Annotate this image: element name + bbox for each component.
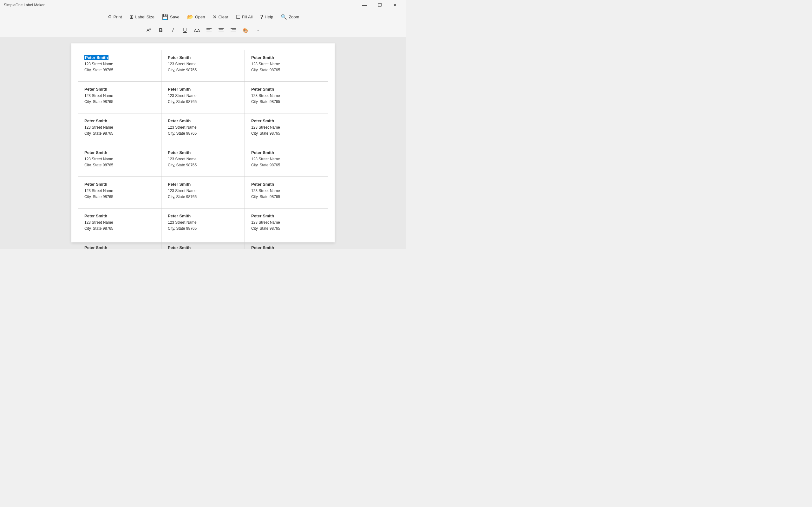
label-name: Peter Smith (251, 245, 322, 249)
label-cell[interactable]: Peter Smith123 Street Name City, State 9… (161, 82, 245, 113)
italic-button[interactable]: / (167, 25, 179, 36)
toolbar-row1: 🖨 Print ⊞ Label Size 💾 Save 📂 Open ✕ Cle… (0, 10, 406, 24)
label-cell[interactable]: Peter Smith123 Street Name City, State 9… (78, 82, 161, 113)
toolbar-container: 🖨 Print ⊞ Label Size 💾 Save 📂 Open ✕ Cle… (0, 10, 406, 37)
labels-grid: Peter Smith123 Street Name City, State 9… (78, 50, 328, 249)
save-button[interactable]: 💾 Save (159, 12, 183, 22)
font-size-button[interactable]: A≡ (143, 25, 154, 36)
label-name: Peter Smith (251, 182, 322, 187)
fill-all-button[interactable]: ☐ Fill All (233, 12, 256, 22)
toolbar-row2: A≡ B / U AA 🎨 (0, 24, 406, 37)
label-address: 123 Street Name City, State 98765 (251, 156, 322, 168)
label-cell[interactable]: Peter Smith123 Street Name City, State 9… (245, 50, 328, 82)
label-cell[interactable]: Peter Smith123 Street Name City, State 9… (161, 145, 245, 177)
open-icon: 📂 (187, 14, 194, 20)
help-label: Help (264, 14, 273, 19)
save-label: Save (170, 14, 180, 19)
label-address: 123 Street Name City, State 98765 (168, 124, 238, 136)
print-button[interactable]: 🖨 Print (104, 12, 125, 22)
label-address: 123 Street Name City, State 98765 (168, 61, 238, 73)
align-center-button[interactable] (215, 25, 227, 36)
clear-button[interactable]: ✕ Clear (209, 12, 231, 22)
label-address: 123 Street Name City, State 98765 (168, 156, 238, 168)
label-address: 123 Street Name City, State 98765 (84, 61, 155, 73)
align-left-button[interactable] (203, 25, 215, 36)
label-address: 123 Street Name City, State 98765 (84, 93, 155, 105)
label-size-button[interactable]: ⊞ Label Size (126, 12, 158, 22)
label-address: 123 Street Name City, State 98765 (168, 220, 238, 232)
save-icon: 💾 (162, 14, 168, 20)
label-address: 123 Street Name City, State 98765 (168, 188, 238, 200)
label-cell[interactable]: Peter Smith123 Street Name City, State 9… (78, 113, 161, 145)
label-cell[interactable]: Peter Smith123 Street Name City, State 9… (161, 240, 245, 249)
underline-button[interactable]: U (179, 25, 191, 36)
label-address: 123 Street Name City, State 98765 (84, 156, 155, 168)
label-cell[interactable]: Peter Smith123 Street Name City, State 9… (161, 209, 245, 240)
underline-icon: U (183, 27, 187, 33)
app-title: SimpleOne Label Maker (4, 3, 45, 7)
label-cell[interactable]: Peter Smith123 Street Name City, State 9… (245, 145, 328, 177)
more-button[interactable]: ··· (252, 25, 263, 36)
zoom-icon: 🔍 (281, 14, 287, 20)
label-cell[interactable]: Peter Smith123 Street Name City, State 9… (245, 209, 328, 240)
label-size-icon: ⊞ (130, 14, 134, 20)
label-name: Peter Smith (168, 182, 238, 187)
label-name: Peter Smith (251, 150, 322, 155)
label-name: Peter Smith (251, 87, 322, 92)
label-address: 123 Street Name City, State 98765 (251, 93, 322, 105)
label-cell[interactable]: Peter Smith123 Street Name City, State 9… (78, 177, 161, 209)
label-address: 123 Street Name City, State 98765 (251, 220, 322, 232)
clear-label: Clear (218, 14, 228, 19)
open-label: Open (195, 14, 205, 19)
label-cell[interactable]: Peter Smith123 Street Name City, State 9… (245, 82, 328, 113)
help-icon: ? (260, 14, 263, 20)
label-address: 123 Street Name City, State 98765 (168, 93, 238, 105)
color-icon: 🎨 (243, 28, 248, 33)
more-icon: ··· (255, 28, 259, 33)
align-right-icon (230, 28, 236, 33)
print-icon: 🖨 (107, 14, 112, 20)
label-name: Peter Smith (84, 150, 155, 155)
zoom-label: Zoom (289, 14, 299, 19)
label-name: Peter Smith (168, 55, 238, 60)
help-button[interactable]: ? Help (257, 12, 276, 22)
align-left-icon (206, 28, 212, 33)
label-cell[interactable]: Peter Smith123 Street Name City, State 9… (161, 177, 245, 209)
main-content: Peter Smith123 Street Name City, State 9… (0, 37, 406, 249)
bold-icon: B (159, 27, 163, 33)
minimize-button[interactable]: — (357, 0, 372, 10)
label-name: Peter Smith (251, 214, 322, 218)
label-cell[interactable]: Peter Smith123 Street Name City, State 9… (78, 209, 161, 240)
font-aa-button[interactable]: AA (191, 25, 203, 36)
print-label: Print (113, 14, 122, 19)
font-aa-icon: AA (194, 28, 200, 33)
label-name: Peter Smith (168, 245, 238, 249)
font-size-icon: A≡ (147, 28, 151, 33)
window-controls: — ❐ ✕ (357, 0, 402, 10)
label-cell[interactable]: Peter Smith123 Street Name City, State 9… (78, 240, 161, 249)
label-cell[interactable]: Peter Smith123 Street Name City, State 9… (78, 50, 161, 82)
clear-icon: ✕ (212, 14, 217, 20)
close-button[interactable]: ✕ (388, 0, 402, 10)
zoom-button[interactable]: 🔍 Zoom (277, 12, 302, 22)
label-cell[interactable]: Peter Smith123 Street Name City, State 9… (161, 113, 245, 145)
align-right-button[interactable] (227, 25, 239, 36)
label-cell[interactable]: Peter Smith123 Street Name City, State 9… (161, 50, 245, 82)
label-cell[interactable]: Peter Smith123 Street Name City, State 9… (245, 177, 328, 209)
label-name: Peter Smith (251, 55, 322, 60)
label-cell[interactable]: Peter Smith123 Street Name City, State 9… (245, 240, 328, 249)
color-button[interactable]: 🎨 (240, 25, 251, 36)
fill-all-label: Fill All (242, 14, 253, 19)
maximize-button[interactable]: ❐ (372, 0, 387, 10)
label-name: Peter Smith (84, 87, 155, 92)
label-cell[interactable]: Peter Smith123 Street Name City, State 9… (245, 113, 328, 145)
label-address: 123 Street Name City, State 98765 (251, 61, 322, 73)
labels-page: Peter Smith123 Street Name City, State 9… (71, 43, 335, 242)
bold-button[interactable]: B (155, 25, 166, 36)
fill-all-icon: ☐ (236, 14, 241, 20)
open-button[interactable]: 📂 Open (184, 12, 208, 22)
label-name: Peter Smith (168, 214, 238, 218)
label-cell[interactable]: Peter Smith123 Street Name City, State 9… (78, 145, 161, 177)
label-name: Peter Smith (84, 182, 155, 187)
label-name: Peter Smith (168, 118, 238, 123)
